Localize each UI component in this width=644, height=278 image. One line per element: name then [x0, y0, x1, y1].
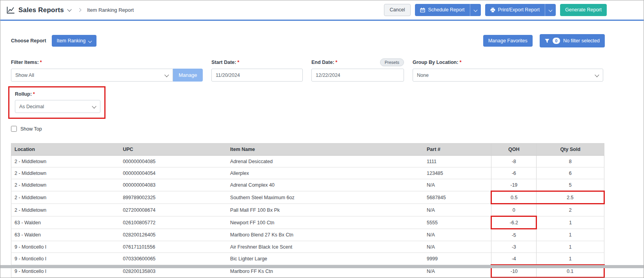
table-row: 2 - Middletown000000004085Adrenal Desicc…	[11, 156, 604, 167]
group-by-location-select-wrap: None	[413, 69, 603, 82]
title-chevron-down-icon[interactable]	[67, 7, 71, 11]
cell-qty-sold: 1	[537, 216, 604, 229]
cell-upc: 070330600065	[120, 253, 227, 265]
generate-report-button[interactable]: Generate Report	[560, 4, 607, 16]
report-type-dropdown[interactable]: Item Ranking	[52, 35, 97, 47]
cell-location: 9 - Monticello I	[11, 253, 120, 265]
filter-items-label: Filter Items:*	[11, 60, 42, 65]
cell-qty-sold: 2	[537, 204, 604, 216]
schedule-report-label: Schedule Report	[428, 7, 464, 13]
cell-part-number: 5687845	[424, 191, 491, 204]
cell-upc: 076171101556	[120, 241, 227, 253]
start-date-input[interactable]	[211, 69, 303, 82]
chevron-down-icon	[88, 39, 92, 43]
cell-part-number: N/A	[424, 204, 491, 216]
filter-items-select[interactable]: Show All	[11, 69, 173, 82]
breadcrumb-separator-icon	[78, 8, 82, 12]
cell-location: 2 - Middletown	[11, 156, 120, 167]
column-header-part: Part #	[424, 144, 491, 156]
start-date-field: Start Date:*	[211, 58, 303, 82]
group-by-location-field: Group By Location:* None	[413, 58, 603, 82]
report-table: LocationUPCItem NamePart #QOHQty Sold 2 …	[11, 143, 605, 278]
show-top-label: Show Top	[20, 126, 42, 132]
horizontal-scrollbar[interactable]	[0, 265, 644, 268]
schedule-report-button[interactable]: Schedule Report	[415, 4, 469, 16]
table-row: 9 - Monticello I076171101556Air Freshner…	[11, 241, 604, 253]
table-row: 63 - Walden028200126405Marlboro Blend 27…	[11, 229, 604, 241]
top-bar: Sales Reports Item Ranking Report Cancel…	[0, 0, 644, 20]
required-marker: *	[335, 60, 337, 65]
table-row: 2 - Middletown000000004083Adrenal Comple…	[11, 179, 604, 191]
table-row: 9 - Monticello I070330600065Bic Lighter …	[11, 253, 604, 265]
column-header-qoh: QOH	[491, 144, 537, 156]
cell-part-number: N/A	[424, 241, 491, 253]
cell-item-name: Allerplex	[227, 167, 424, 179]
show-top-field: Show Top	[11, 126, 644, 132]
report-chooser-row: Choose Report Item Ranking Manage Favori…	[11, 34, 605, 47]
printer-icon	[490, 7, 495, 13]
cell-part-number: N/A	[424, 229, 491, 241]
cell-qoh: -6	[491, 167, 537, 179]
rollup-select-wrap: As Decimal	[15, 100, 100, 113]
cell-upc: 026100805772	[120, 216, 227, 229]
cell-location: 9 - Monticello I	[11, 241, 120, 253]
rollup-annotation-box: Rollup:* As Decimal	[8, 86, 106, 119]
filter-status-label: No filter selected	[563, 38, 600, 44]
rollup-select[interactable]: As Decimal	[15, 100, 100, 113]
filter-count-badge: 0	[553, 38, 560, 44]
print-export-dropdown-toggle[interactable]	[545, 4, 556, 16]
schedule-report-dropdown-toggle[interactable]	[470, 4, 481, 16]
cell-part-number: 5555	[424, 216, 491, 229]
cell-part-number: 123485	[424, 167, 491, 179]
required-marker: *	[460, 60, 462, 65]
cell-location: 63 - Walden	[11, 216, 120, 229]
page-title: Sales Reports	[18, 6, 64, 14]
cell-item-name: Newport FF 100 Ctn	[227, 216, 424, 229]
required-marker: *	[40, 60, 42, 65]
presets-button[interactable]: Presets	[380, 58, 404, 66]
manage-favorites-button[interactable]: Manage Favorites	[483, 35, 533, 47]
start-date-label: Start Date:*	[211, 60, 239, 65]
column-header-upc: UPC	[120, 144, 227, 156]
cell-part-number: 9999	[424, 253, 491, 265]
cell-upc: 028200126405	[120, 229, 227, 241]
cell-qoh: -4	[491, 253, 537, 265]
cell-location: 63 - Walden	[11, 229, 120, 241]
cell-qoh: -8	[491, 156, 537, 167]
cell-qoh: 0	[491, 204, 537, 216]
show-top-checkbox[interactable]	[11, 126, 17, 132]
cell-location: 2 - Middletown	[11, 167, 120, 179]
end-date-input[interactable]	[311, 69, 404, 82]
group-by-location-select[interactable]: None	[413, 69, 603, 82]
cell-qty-sold: 6	[537, 167, 604, 179]
rollup-label: Rollup:*	[15, 91, 35, 97]
schedule-report-split-button: Schedule Report	[415, 4, 480, 16]
filter-status-button[interactable]: 0 No filter selected	[540, 34, 605, 47]
cell-qty-sold: 1	[537, 253, 604, 265]
cell-item-name: Bic Lighter Large	[227, 253, 424, 265]
end-date-label: End Date:*	[311, 60, 337, 65]
table-row: 63 - Walden026100805772Newport FF 100 Ct…	[11, 216, 604, 229]
cell-location: 2 - Middletown	[11, 204, 120, 216]
cancel-button[interactable]: Cancel	[384, 4, 411, 16]
calendar-icon	[420, 7, 425, 13]
chevron-down-icon	[473, 8, 477, 12]
main-content: Choose Report Item Ranking Manage Favori…	[0, 34, 644, 278]
table-row: 2 - Middletown000000004054Allerplex12348…	[11, 167, 604, 179]
report-table-body: 2 - Middletown000000004085Adrenal Desicc…	[11, 156, 604, 278]
manage-filter-items-button[interactable]: Manage	[173, 69, 203, 82]
cell-item-name: Adrenal Desiccated	[227, 156, 424, 167]
cell-qty-sold: 5	[537, 179, 604, 191]
cell-item-name: Marlboro Blend 27 Ks Bx Ctn	[227, 229, 424, 241]
cell-qoh: 0.5	[491, 191, 537, 204]
cell-upc: 000000004083	[120, 179, 227, 191]
cell-location: 2 - Middletown	[11, 179, 120, 191]
print-export-report-button[interactable]: Print/Export Report	[485, 4, 545, 16]
header-actions: Cancel Schedule Report Print/Ex	[384, 4, 607, 16]
sales-reports-icon	[7, 7, 15, 14]
report-table-header-row: LocationUPCItem NamePart #QOHQty Sold	[11, 144, 604, 156]
app-window: Sales Reports Item Ranking Report Cancel…	[0, 0, 644, 278]
report-type-value: Item Ranking	[57, 38, 86, 44]
filter-items-select-wrap: Show All	[11, 69, 173, 82]
cell-upc: 000000004054	[120, 167, 227, 179]
